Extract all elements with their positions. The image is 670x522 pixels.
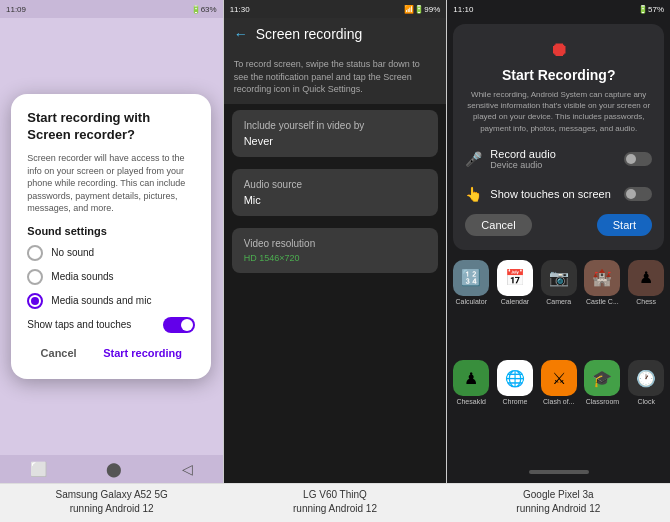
list-item[interactable]: ♟ Chess (626, 260, 666, 357)
samsung-label-media-sounds: Media sounds (51, 271, 113, 282)
list-item[interactable]: 📷 Camera (539, 260, 579, 357)
pixel-start-button[interactable]: Start (597, 214, 652, 236)
list-item[interactable]: 🏰 Castle C... (583, 260, 623, 357)
app-icon-chrome: 🌐 (497, 360, 533, 396)
app-label-calendar: Calendar (495, 298, 535, 305)
pixel-show-touches-toggle[interactable] (624, 187, 652, 201)
samsung-nav-back[interactable]: ⬜ (30, 461, 47, 477)
samsung-dialog-title: Start recording with Screen recorder? (27, 110, 195, 144)
app-icon-clash: ⚔ (541, 360, 577, 396)
lg-back-arrow-icon[interactable]: ← (234, 26, 248, 42)
lg-option-include-video[interactable]: Include yourself in video by Never (232, 110, 439, 157)
pixel-dialog-buttons: Cancel Start (465, 214, 652, 236)
app-label-castle: Castle C... (583, 298, 623, 305)
samsung-label-no-sound: No sound (51, 247, 94, 258)
samsung-battery: 🔋63% (191, 5, 217, 14)
app-icon-classroom: 🎓 (584, 360, 620, 396)
pixel-label-line2: running Android 12 (516, 503, 600, 514)
lg-option-include-video-title: Include yourself in video by (244, 120, 427, 131)
pixel-dialog: ⏺ Start Recording? While recording, Andr… (453, 24, 664, 250)
app-label-clock: Clock (626, 398, 666, 405)
samsung-cancel-button[interactable]: Cancel (33, 343, 85, 363)
pixel-dialog-desc: While recording, Android System can capt… (465, 89, 652, 134)
samsung-radio-media-sounds[interactable] (27, 269, 43, 285)
samsung-label-media-mic: Media sounds and mic (51, 295, 151, 306)
app-label-chesakid: ChesakId (451, 398, 491, 405)
pixel-nav-pill (529, 470, 589, 474)
lg-icons: 📶🔋99% (404, 5, 440, 14)
lg-option-video-resolution-value: HD 1546×720 (244, 253, 427, 263)
app-icon-calendar: 📅 (497, 260, 533, 296)
lg-option-video-resolution[interactable]: Video resolution HD 1546×720 (232, 228, 439, 273)
lg-label: LG V60 ThinQ running Android 12 (223, 484, 446, 522)
lg-time: 11:30 (230, 5, 250, 14)
samsung-label-line1: Samsung Galaxy A52 5G (56, 489, 168, 500)
samsung-dialog: Start recording with Screen recorder? Sc… (11, 94, 211, 379)
app-label-classroom: Classroom (583, 398, 623, 405)
lg-header-title: Screen recording (256, 26, 363, 42)
lg-option-audio-source-title: Audio source (244, 179, 427, 190)
samsung-label: Samsung Galaxy A52 5G running Android 12 (0, 484, 223, 522)
pixel-show-touches-row: 👆 Show touches on screen (465, 182, 652, 206)
list-item[interactable]: ♟ ChesakId (451, 360, 491, 457)
samsung-toggle-row: Show taps and touches (27, 317, 195, 333)
app-label-clash: Clash of... (539, 398, 579, 405)
samsung-radio-media-mic[interactable] (27, 293, 43, 309)
pixel-show-touches-title: Show touches on screen (490, 188, 610, 200)
pixel-cancel-button[interactable]: Cancel (465, 214, 531, 236)
lg-option-audio-source-value: Mic (244, 194, 427, 206)
app-icon-chess: ♟ (628, 260, 664, 296)
pixel-statusbar: 11:10 🔋57% (447, 0, 670, 18)
pixel-record-audio-toggle[interactable] (624, 152, 652, 166)
pixel-label: Google Pixel 3a running Android 12 (447, 484, 670, 522)
samsung-option-media-mic[interactable]: Media sounds and mic (27, 293, 195, 309)
phone-pixel: 11:10 🔋57% ⏺ Start Recording? While reco… (447, 0, 670, 483)
pixel-record-audio-title: Record audio (490, 148, 555, 160)
samsung-option-no-sound[interactable]: No sound (27, 245, 195, 261)
samsung-option-media-sounds[interactable]: Media sounds (27, 269, 195, 285)
pixel-dialog-title: Start Recording? (465, 67, 652, 83)
pixel-mic-icon: 🎤 (465, 151, 482, 167)
list-item[interactable]: 📅 Calendar (495, 260, 535, 357)
pixel-battery: 🔋57% (638, 5, 664, 14)
pixel-nav (447, 461, 670, 483)
samsung-toggle[interactable] (163, 317, 195, 333)
pixel-apps-grid: 🔢 Calculator 📅 Calendar 📷 Camera 🏰 Castl… (447, 256, 670, 461)
pixel-record-audio-sub: Device audio (490, 160, 555, 170)
samsung-start-button[interactable]: Start recording (95, 343, 190, 363)
samsung-nav-recents[interactable]: ◁ (182, 461, 193, 477)
list-item[interactable]: 🎓 Classroom (583, 360, 623, 457)
list-item[interactable]: 🕐 Clock (626, 360, 666, 457)
list-item[interactable]: 🌐 Chrome (495, 360, 535, 457)
app-icon-castle: 🏰 (584, 260, 620, 296)
lg-screen: 11:30 📶🔋99% ← Screen recording To record… (224, 0, 447, 483)
lg-option-include-video-value: Never (244, 135, 427, 147)
lg-option-audio-source[interactable]: Audio source Mic (232, 169, 439, 216)
list-item[interactable]: ⚔ Clash of... (539, 360, 579, 457)
pixel-show-touches-left: 👆 Show touches on screen (465, 186, 610, 202)
lg-option-video-resolution-title: Video resolution (244, 238, 427, 249)
app-icon-calculator: 🔢 (453, 260, 489, 296)
samsung-nav: ⬜ ⬤ ◁ (0, 455, 223, 483)
phone-samsung: 11:09 🔋63% Start recording with Screen r… (0, 0, 223, 483)
samsung-toggle-label: Show taps and touches (27, 319, 131, 330)
app-label-calculator: Calculator (451, 298, 491, 305)
list-item[interactable]: 🔢 Calculator (451, 260, 491, 357)
samsung-label-line2: running Android 12 (70, 503, 154, 514)
app-label-chess: Chess (626, 298, 666, 305)
pixel-record-audio-left: 🎤 Record audio Device audio (465, 148, 555, 170)
app-label-camera: Camera (539, 298, 579, 305)
samsung-time: 11:09 (6, 5, 26, 14)
pixel-record-audio-text: Record audio Device audio (490, 148, 555, 170)
app-label-chrome: Chrome (495, 398, 535, 405)
samsung-radio-no-sound[interactable] (27, 245, 43, 261)
labels-row: Samsung Galaxy A52 5G running Android 12… (0, 483, 670, 522)
pixel-record-audio-row: 🎤 Record audio Device audio (465, 144, 652, 174)
samsung-screen: 11:09 🔋63% Start recording with Screen r… (0, 0, 223, 483)
samsung-sound-settings-title: Sound settings (27, 225, 195, 237)
samsung-nav-home[interactable]: ⬤ (106, 461, 122, 477)
lg-description: To record screen, swipe the status bar d… (224, 50, 447, 104)
lg-header: ← Screen recording (224, 18, 447, 50)
samsung-dialog-desc: Screen recorder will have access to the … (27, 152, 195, 215)
phone-lg: 11:30 📶🔋99% ← Screen recording To record… (224, 0, 447, 483)
